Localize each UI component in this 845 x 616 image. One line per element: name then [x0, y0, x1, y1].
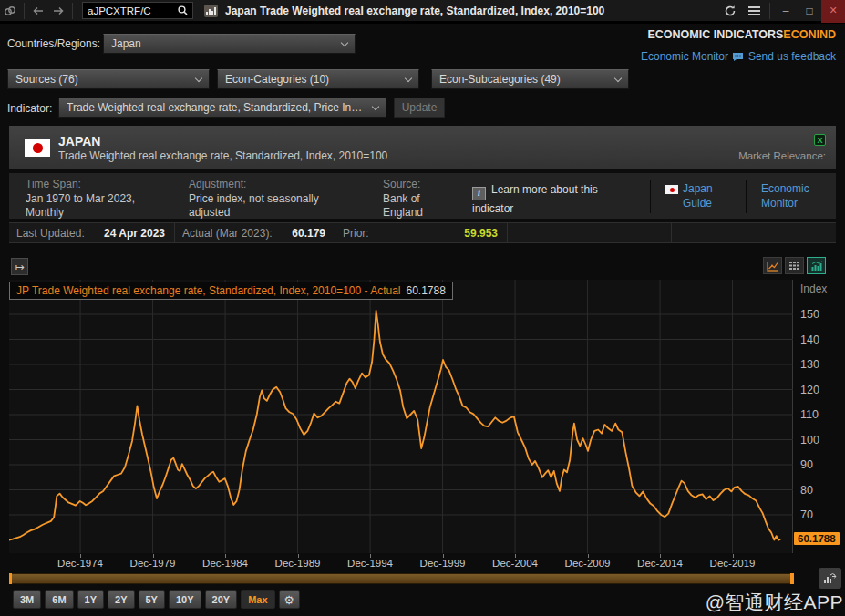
- prior-value: 59.953: [464, 227, 498, 240]
- chart-type-buttons: [763, 257, 826, 274]
- chevron-down-icon: [372, 102, 379, 109]
- last-updated-cell: Last Updated: 24 Apr 2023: [9, 223, 175, 242]
- range-button-20y[interactable]: 20Y: [205, 590, 238, 609]
- learn-more-link[interactable]: iLearn more about this indicator: [472, 181, 636, 217]
- last-updated-label: Last Updated:: [16, 227, 85, 240]
- chart-plot-area[interactable]: [9, 280, 793, 553]
- security-search-input[interactable]: [88, 5, 178, 16]
- economic-monitor-link[interactable]: Economic Monitor: [641, 50, 728, 63]
- bar-chart-type-icon[interactable]: [807, 257, 826, 274]
- title-bar: Japan Trade Weighted real exchange rate,…: [0, 0, 845, 24]
- y-tick-label: 140: [800, 334, 819, 346]
- range-button-1y[interactable]: 1Y: [77, 590, 104, 609]
- learn-more-text: Learn more about this indicator: [472, 183, 598, 215]
- source-label: Source:: [383, 178, 465, 190]
- range-button-5y[interactable]: 5Y: [139, 590, 165, 609]
- x-tick-label: Dec-1984: [193, 558, 257, 569]
- chevron-down-icon: [405, 74, 412, 81]
- table-view-icon[interactable]: [785, 257, 804, 274]
- back-arrow-icon[interactable]: [28, 2, 48, 20]
- brand-name: ECONOMIC INDICATORS: [647, 28, 783, 41]
- y-axis: Index 60.1788 150140130120110100908070: [793, 280, 845, 553]
- y-axis-title: Index: [800, 282, 827, 295]
- search-icon[interactable]: [178, 5, 188, 15]
- sources-value: Sources (76): [15, 73, 78, 86]
- y-tick-label: 130: [800, 358, 819, 371]
- send-feedback-link[interactable]: Send us feedback: [748, 50, 836, 63]
- countries-dropdown[interactable]: Japan: [103, 34, 356, 54]
- actual-label: Actual (Mar 2023):: [182, 227, 273, 240]
- x-tick-label: Dec-2004: [483, 558, 547, 569]
- time-span-value: Jan 1970 to Mar 2023, Monthly: [26, 192, 162, 220]
- adjustment-value: Price index, not seasonally adjusted: [189, 192, 348, 220]
- econ-categories-dropdown[interactable]: Econ-Categories (10): [217, 69, 419, 89]
- maximize-button[interactable]: □: [798, 0, 821, 23]
- excel-export-icon[interactable]: X: [814, 134, 826, 146]
- country-panel: JAPAN Trade Weighted real exchange rate,…: [9, 126, 836, 169]
- source-value: Bank of England: [383, 192, 438, 220]
- adjustment-label: Adjustment:: [189, 178, 362, 190]
- y-tick-label: 70: [800, 508, 813, 521]
- japan-flag-small-icon: [665, 185, 678, 194]
- range-button-3m[interactable]: 3M: [13, 590, 41, 609]
- prior-cell: Prior: 59.953: [335, 223, 508, 242]
- sources-dropdown[interactable]: Sources (76): [7, 69, 210, 89]
- japan-flag-icon: [25, 139, 50, 157]
- y-tick-label: 90: [800, 458, 813, 471]
- econ-subcategories-dropdown[interactable]: Econ-Subcategories (49): [431, 69, 629, 89]
- indicator-dropdown[interactable]: Trade Weighted real exchange rate, Stand…: [58, 98, 386, 118]
- popout-chart-icon[interactable]: [819, 568, 841, 589]
- market-relevance-label: Market Relevance:: [738, 150, 826, 161]
- chevron-down-icon: [195, 74, 202, 81]
- indicator-label: Indicator:: [7, 102, 52, 115]
- country-name: JAPAN: [58, 134, 387, 149]
- empty-cell: [508, 223, 672, 242]
- x-axis: Dec-1974Dec-1979Dec-1984Dec-1989Dec-1994…: [9, 554, 793, 572]
- minimize-button[interactable]: –: [774, 0, 798, 23]
- forward-arrow-icon[interactable]: [48, 2, 68, 20]
- countries-label: Countries/Regions:: [7, 37, 100, 50]
- range-button-10y[interactable]: 10Y: [169, 590, 201, 609]
- stats-row: Last Updated: 24 Apr 2023 Actual (Mar 20…: [9, 222, 836, 243]
- x-tick-label: Dec-1999: [411, 558, 475, 569]
- link-icon[interactable]: [0, 2, 20, 20]
- x-tick-label: Dec-1979: [121, 558, 185, 569]
- feedback-bubble-icon: [732, 49, 744, 66]
- indicator-value: Trade Weighted real exchange rate, Stand…: [67, 101, 366, 114]
- scrollbar-right-handle[interactable]: [790, 573, 794, 584]
- chart-scrollbar[interactable]: [9, 573, 794, 584]
- range-button-6m[interactable]: 6M: [45, 590, 73, 609]
- exchange-rate-line-chart: [9, 280, 793, 553]
- y-tick-label: 150: [800, 308, 819, 321]
- prior-label: Prior:: [343, 227, 369, 240]
- security-search-box[interactable]: [82, 2, 193, 19]
- details-band: Time Span: Jan 1970 to Mar 2023, Monthly…: [9, 173, 836, 219]
- econ-subcategories-value: Econ-Subcategories (49): [439, 73, 561, 86]
- x-tick-label: Dec-1974: [48, 558, 112, 569]
- economic-monitor-link-2[interactable]: Economic Monitor: [761, 181, 825, 210]
- last-value-badge: 60.1788: [794, 532, 840, 545]
- divider: [769, 3, 770, 19]
- x-tick-label: Dec-2014: [628, 558, 692, 569]
- close-button[interactable]: ✕: [821, 0, 845, 23]
- chart-function-icon: [204, 5, 218, 17]
- line-chart-type-icon[interactable]: [763, 257, 782, 274]
- y-tick-label: 120: [800, 384, 819, 396]
- chart-settings-gear-icon[interactable]: ⚙: [279, 590, 300, 609]
- update-button[interactable]: Update: [394, 98, 445, 118]
- legend-series-name: JP Trade Weighted real exchange rate, St…: [16, 284, 401, 297]
- watermark: @智通财经APP: [706, 590, 843, 615]
- x-tick-label: Dec-1994: [338, 558, 402, 569]
- y-tick-label: 110: [800, 408, 819, 421]
- info-icon: i: [472, 187, 486, 200]
- scrollbar-left-handle[interactable]: [9, 573, 12, 584]
- econ-categories-value: Econ-Categories (10): [225, 73, 329, 86]
- pan-right-button[interactable]: ↦: [11, 258, 28, 275]
- range-button-2y[interactable]: 2Y: [108, 590, 134, 609]
- refresh-icon[interactable]: [718, 0, 742, 23]
- legend-last-value: 60.1788: [407, 284, 446, 297]
- menu-icon[interactable]: [742, 0, 766, 23]
- range-button-max[interactable]: Max: [241, 590, 274, 609]
- last-updated-value: 24 Apr 2023: [104, 227, 165, 240]
- japan-guide-link[interactable]: Japan Guide: [665, 181, 724, 210]
